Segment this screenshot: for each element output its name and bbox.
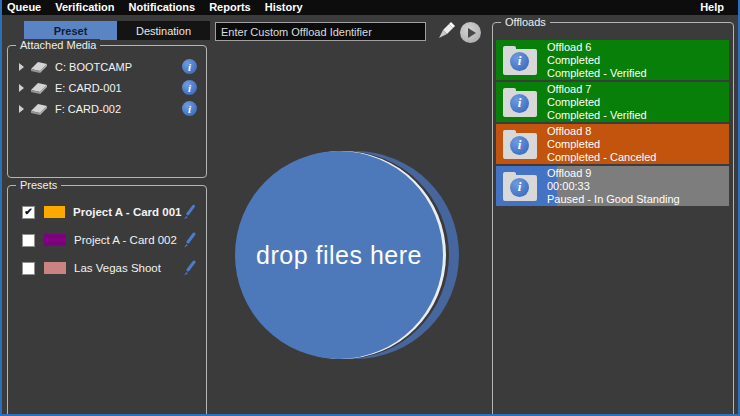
media-info-button[interactable]: i: [182, 101, 197, 116]
preset-row-project-a-001[interactable]: ✔ Project A - Card 001: [8, 198, 206, 226]
offload-card-8[interactable]: i Offload 8 Completed Completed - Cancel…: [496, 124, 729, 164]
preset-checkbox[interactable]: ✔: [22, 206, 35, 219]
media-info-button[interactable]: i: [182, 80, 197, 95]
offloads-title: Offloads: [501, 16, 550, 29]
presets-list: ✔ Project A - Card 001 Project A - Card …: [8, 186, 206, 282]
offloads-list: i Offload 6 Completed Completed - Verifi…: [496, 40, 730, 208]
expander-icon[interactable]: [19, 105, 24, 113]
offload-identifier-input[interactable]: [215, 22, 426, 41]
menu-item-queue[interactable]: Queue: [2, 0, 48, 15]
preset-row-las-vegas[interactable]: Las Vegas Shoot: [8, 254, 206, 282]
preset-name: Las Vegas Shoot: [74, 262, 161, 274]
preset-color-swatch: [44, 262, 66, 274]
info-icon: i: [510, 52, 529, 71]
offload-card-detail: Completed - Verified: [547, 67, 647, 80]
attached-media-title: Attached Media: [16, 39, 100, 52]
offload-card-detail: Paused - In Good Standing: [547, 193, 680, 206]
offload-card-title: Offload 6: [547, 41, 647, 54]
folder-info-icon: i: [503, 46, 537, 75]
offloads-group: Offloads i Offload 6 Completed Completed…: [492, 22, 734, 416]
tab-preset[interactable]: Preset: [24, 21, 117, 40]
offload-card-title: Offload 8: [547, 125, 656, 138]
offload-card-9[interactable]: i Offload 9 00:00:33 Paused - In Good St…: [496, 166, 729, 206]
offload-card-status: 00:00:33: [547, 180, 680, 193]
menu-item-notifications[interactable]: Notifications: [122, 0, 203, 15]
offload-card-6[interactable]: i Offload 6 Completed Completed - Verifi…: [496, 40, 729, 80]
menu-item-verification[interactable]: Verification: [48, 0, 121, 15]
offload-card-status: Completed: [547, 54, 647, 67]
preset-name: Project A - Card 001: [73, 206, 181, 218]
media-name: F: CARD-002: [55, 103, 121, 115]
preset-checkbox[interactable]: [22, 262, 35, 275]
app-window: Queue Verification Notifications Reports…: [0, 0, 740, 416]
dropzone[interactable]: drop files here: [235, 151, 443, 359]
media-row-card001[interactable]: E: CARD-001 i: [8, 77, 206, 98]
folder-info-icon: i: [503, 172, 537, 201]
media-row-card002[interactable]: F: CARD-002 i: [8, 98, 206, 119]
start-offload-play-button[interactable]: [460, 22, 481, 43]
expander-icon[interactable]: [19, 84, 24, 92]
menu-item-history[interactable]: History: [258, 0, 310, 15]
media-row-bootcamp[interactable]: C: BOOTCAMP i: [8, 56, 206, 77]
folder-info-icon: i: [503, 88, 537, 117]
edit-identifier-pencil-icon[interactable]: [435, 21, 457, 42]
offload-card-detail: Completed - Canceled: [547, 151, 656, 164]
presets-group: Presets ✔ Project A - Card 001 Project A…: [7, 185, 207, 416]
drive-icon: [29, 81, 49, 94]
left-tab-bar: Preset Destination: [24, 21, 210, 40]
media-name: E: CARD-001: [55, 82, 122, 94]
offload-card-title: Offload 9: [547, 167, 680, 180]
attached-media-group: Attached Media C: BOOTCAMP i: [7, 45, 207, 178]
attached-media-list: C: BOOTCAMP i E: CARD-001 i: [8, 46, 206, 119]
offload-card-detail: Completed - Verified: [547, 109, 647, 122]
drive-icon: [29, 102, 49, 115]
folder-info-icon: i: [503, 130, 537, 159]
play-icon: [468, 28, 476, 38]
preset-name: Project A - Card 002: [74, 234, 177, 246]
offload-card-status: Completed: [547, 138, 656, 151]
preset-checkbox[interactable]: [22, 234, 35, 247]
menu-bar: Queue Verification Notifications Reports…: [2, 0, 738, 15]
preset-row-project-a-002[interactable]: Project A - Card 002: [8, 226, 206, 254]
info-icon: i: [510, 94, 529, 113]
info-icon: i: [510, 136, 529, 155]
preset-color-swatch: [44, 234, 66, 246]
edit-pencil-icon[interactable]: [181, 204, 197, 220]
offload-card-7[interactable]: i Offload 7 Completed Completed - Verifi…: [496, 82, 729, 122]
info-icon: i: [510, 178, 529, 197]
drive-icon: [29, 60, 49, 73]
offload-card-title: Offload 7: [547, 83, 647, 96]
expander-icon[interactable]: [19, 63, 24, 71]
offload-card-status: Completed: [547, 96, 647, 109]
media-info-button[interactable]: i: [182, 59, 197, 74]
preset-color-swatch: [44, 206, 65, 218]
edit-pencil-icon[interactable]: [181, 260, 197, 276]
tab-destination[interactable]: Destination: [117, 21, 210, 40]
menu-item-help[interactable]: Help: [693, 0, 738, 15]
menu-item-reports[interactable]: Reports: [202, 0, 258, 15]
media-name: C: BOOTCAMP: [55, 61, 132, 73]
presets-title: Presets: [16, 179, 61, 192]
edit-pencil-icon[interactable]: [181, 232, 197, 248]
